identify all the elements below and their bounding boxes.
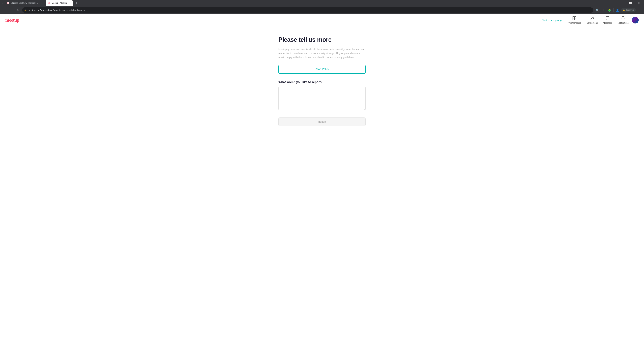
nav-items: Pro Dashboard Connections xyxy=(566,15,639,25)
back-button[interactable]: ← xyxy=(2,7,8,13)
bookmark-button[interactable]: ☆ xyxy=(600,7,606,13)
read-policy-button[interactable]: Read Policy xyxy=(278,65,366,74)
window-controls: — ⬜ ✕ xyxy=(618,0,643,6)
connections-icon xyxy=(590,16,594,21)
svg-rect-1 xyxy=(574,16,576,18)
svg-point-4 xyxy=(591,17,592,18)
pro-dashboard-nav-item[interactable]: Pro Dashboard xyxy=(566,15,583,25)
browser-titlebar: ▾ M Chicago Cashflow Hackers | Me... ✕ M… xyxy=(0,0,644,6)
logo-text: meetup xyxy=(5,17,19,23)
page-title: Please tell us more xyxy=(278,36,366,43)
avatar-image xyxy=(632,17,639,23)
site-header: meetup Start a new group Pro Dashboard xyxy=(0,14,644,26)
tab-close-active-button[interactable]: ✕ xyxy=(68,2,71,4)
browser-addressbar: ← → ↻ 🔒 meetup.com/report-abuse/group/ch… xyxy=(0,6,644,14)
close-button[interactable]: ✕ xyxy=(635,0,643,6)
report-question-label: What would you like to report? xyxy=(278,80,366,84)
messages-icon xyxy=(606,16,610,21)
messages-label: Messages xyxy=(603,22,612,24)
tab-favicon: M xyxy=(7,2,10,4)
website: meetup Start a new group Pro Dashboard xyxy=(0,14,644,355)
search-button[interactable]: 🔍 xyxy=(594,7,600,13)
profile-button[interactable]: 👤 xyxy=(615,7,620,13)
tab-title-active: Meetup | Meetup xyxy=(52,2,67,4)
menu-button[interactable]: ⋮ xyxy=(636,7,642,13)
minimize-button[interactable]: — xyxy=(618,0,626,6)
tab-title: Chicago Cashflow Hackers | Me... xyxy=(11,2,39,4)
incognito-badge: 🕵️ Incognito xyxy=(621,8,636,12)
user-avatar[interactable] xyxy=(632,17,639,23)
new-tab-button[interactable]: + xyxy=(74,1,79,5)
svg-rect-3 xyxy=(574,18,576,20)
svg-point-5 xyxy=(592,17,594,18)
start-new-group-link[interactable]: Start a new group xyxy=(542,18,562,21)
reload-button[interactable]: ↻ xyxy=(16,7,21,13)
main-content: Please tell us more Meetup groups and ev… xyxy=(275,26,369,133)
page-description: Meetup groups and events should be alway… xyxy=(278,47,366,59)
notifications-icon xyxy=(621,16,625,21)
tab-favicon-active: M xyxy=(48,2,50,4)
maximize-button[interactable]: ⬜ xyxy=(626,0,634,6)
browser-actions: 🔍 ☆ 🧩 👤 🕵️ Incognito ⋮ xyxy=(594,7,642,13)
notifications-label: Notifications xyxy=(618,22,628,24)
address-text: meetup.com/report-abuse/group/chicago-ca… xyxy=(28,9,591,11)
pro-dashboard-icon xyxy=(572,16,576,21)
notifications-nav-item[interactable]: Notifications xyxy=(616,15,630,25)
incognito-icon: 🕵️ xyxy=(622,9,625,11)
tab-meetup-active[interactable]: M Meetup | Meetup ✕ xyxy=(46,0,73,6)
tab-close-button[interactable]: ✕ xyxy=(40,2,43,4)
forward-button[interactable]: → xyxy=(9,7,14,13)
incognito-label: Incognito xyxy=(626,9,634,11)
header-nav: Start a new group Pro Dashboard xyxy=(542,15,639,25)
address-bar[interactable]: 🔒 meetup.com/report-abuse/group/chicago-… xyxy=(22,7,593,13)
tab-chicago-cashflow[interactable]: M Chicago Cashflow Hackers | Me... ✕ xyxy=(5,0,45,6)
report-button[interactable]: Report xyxy=(278,117,366,126)
secure-icon: 🔒 xyxy=(24,9,27,11)
browser-chrome: ▾ M Chicago Cashflow Hackers | Me... ✕ M… xyxy=(0,0,644,14)
pro-dashboard-label: Pro Dashboard xyxy=(568,22,581,24)
connections-nav-item[interactable]: Connections xyxy=(584,15,600,25)
connections-label: Connections xyxy=(586,22,598,24)
svg-rect-0 xyxy=(573,16,574,18)
extensions-button[interactable]: 🧩 xyxy=(606,7,612,13)
meetup-logo[interactable]: meetup xyxy=(5,17,542,23)
tab-dropdown-icon[interactable]: ▾ xyxy=(1,2,4,4)
report-textarea[interactable] xyxy=(278,87,366,110)
svg-rect-2 xyxy=(573,18,574,20)
messages-nav-item[interactable]: Messages xyxy=(601,15,614,25)
